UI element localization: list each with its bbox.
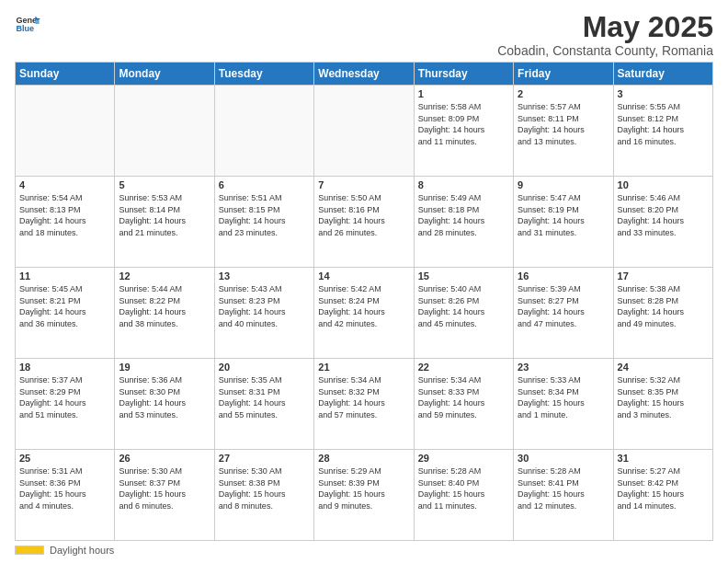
calendar-cell: 5Sunrise: 5:53 AM Sunset: 8:14 PM Daylig…	[115, 177, 214, 268]
footer: Daylight hours	[15, 545, 713, 556]
week-row-1: 1Sunrise: 5:58 AM Sunset: 8:09 PM Daylig…	[16, 86, 713, 177]
day-info: Sunrise: 5:57 AM Sunset: 8:11 PM Dayligh…	[518, 101, 609, 147]
day-info: Sunrise: 5:46 AM Sunset: 8:20 PM Dayligh…	[618, 192, 709, 238]
calendar-cell: 23Sunrise: 5:33 AM Sunset: 8:34 PM Dayli…	[514, 359, 613, 450]
calendar-cell: 18Sunrise: 5:37 AM Sunset: 8:29 PM Dayli…	[16, 359, 115, 450]
calendar-table: SundayMondayTuesdayWednesdayThursdayFrid…	[15, 62, 713, 541]
calendar-cell: 22Sunrise: 5:34 AM Sunset: 8:33 PM Dayli…	[414, 359, 513, 450]
day-number: 6	[219, 179, 310, 190]
day-number: 25	[19, 453, 110, 464]
calendar-cell: 25Sunrise: 5:31 AM Sunset: 8:36 PM Dayli…	[16, 450, 115, 541]
svg-marker-3	[35, 20, 39, 24]
day-number: 29	[418, 453, 509, 464]
day-number: 1	[418, 88, 509, 99]
day-info: Sunrise: 5:55 AM Sunset: 8:12 PM Dayligh…	[618, 101, 709, 147]
day-info: Sunrise: 5:47 AM Sunset: 8:19 PM Dayligh…	[518, 192, 609, 238]
day-number: 12	[119, 270, 210, 282]
calendar-cell: 7Sunrise: 5:50 AM Sunset: 8:16 PM Daylig…	[314, 177, 414, 268]
calendar-cell: 8Sunrise: 5:49 AM Sunset: 8:18 PM Daylig…	[414, 177, 513, 268]
calendar-cell: 30Sunrise: 5:28 AM Sunset: 8:41 PM Dayli…	[514, 450, 613, 541]
day-info: Sunrise: 5:28 AM Sunset: 8:40 PM Dayligh…	[418, 465, 509, 511]
daylight-bar: Daylight hours	[15, 545, 114, 556]
day-number: 24	[618, 362, 709, 373]
day-info: Sunrise: 5:31 AM Sunset: 8:36 PM Dayligh…	[19, 465, 110, 511]
day-info: Sunrise: 5:30 AM Sunset: 8:38 PM Dayligh…	[219, 465, 310, 511]
day-number: 27	[219, 453, 310, 464]
calendar-cell: 21Sunrise: 5:34 AM Sunset: 8:32 PM Dayli…	[314, 359, 414, 450]
logo: General Blue	[15, 11, 40, 37]
day-number: 20	[219, 362, 310, 373]
weekday-header-row: SundayMondayTuesdayWednesdayThursdayFrid…	[16, 63, 713, 86]
day-info: Sunrise: 5:35 AM Sunset: 8:31 PM Dayligh…	[219, 374, 310, 420]
day-number: 4	[19, 179, 110, 190]
day-number: 23	[518, 362, 609, 373]
svg-text:Blue: Blue	[16, 24, 34, 33]
title-block: May 2025 Cobadin, Constanta County, Roma…	[497, 11, 713, 58]
day-info: Sunrise: 5:43 AM Sunset: 8:23 PM Dayligh…	[219, 283, 310, 329]
weekday-header-friday: Friday	[514, 63, 613, 86]
day-info: Sunrise: 5:28 AM Sunset: 8:41 PM Dayligh…	[518, 465, 609, 511]
day-number: 17	[618, 270, 709, 282]
day-info: Sunrise: 5:50 AM Sunset: 8:16 PM Dayligh…	[318, 192, 409, 238]
day-info: Sunrise: 5:39 AM Sunset: 8:27 PM Dayligh…	[518, 283, 609, 329]
day-info: Sunrise: 5:58 AM Sunset: 8:09 PM Dayligh…	[418, 101, 509, 147]
day-info: Sunrise: 5:49 AM Sunset: 8:18 PM Dayligh…	[418, 192, 509, 238]
weekday-header-saturday: Saturday	[613, 63, 712, 86]
day-number: 9	[518, 179, 609, 190]
calendar-cell: 19Sunrise: 5:36 AM Sunset: 8:30 PM Dayli…	[115, 359, 214, 450]
logo-icon: General Blue	[15, 11, 40, 37]
calendar-cell: 9Sunrise: 5:47 AM Sunset: 8:19 PM Daylig…	[514, 177, 613, 268]
day-info: Sunrise: 5:33 AM Sunset: 8:34 PM Dayligh…	[518, 374, 609, 420]
calendar-cell: 31Sunrise: 5:27 AM Sunset: 8:42 PM Dayli…	[613, 450, 712, 541]
day-info: Sunrise: 5:30 AM Sunset: 8:37 PM Dayligh…	[119, 465, 210, 511]
day-number: 11	[19, 270, 110, 282]
day-number: 10	[618, 179, 709, 190]
page: General Blue May 2025 Cobadin, Constanta…	[0, 0, 728, 563]
day-number: 13	[219, 270, 310, 282]
day-number: 19	[119, 362, 210, 373]
day-info: Sunrise: 5:34 AM Sunset: 8:33 PM Dayligh…	[418, 374, 509, 420]
weekday-header-monday: Monday	[115, 63, 214, 86]
weekday-header-tuesday: Tuesday	[214, 63, 313, 86]
calendar-cell: 11Sunrise: 5:45 AM Sunset: 8:21 PM Dayli…	[16, 268, 115, 359]
calendar-cell: 27Sunrise: 5:30 AM Sunset: 8:38 PM Dayli…	[214, 450, 313, 541]
day-info: Sunrise: 5:40 AM Sunset: 8:26 PM Dayligh…	[418, 283, 509, 329]
day-info: Sunrise: 5:45 AM Sunset: 8:21 PM Dayligh…	[19, 283, 110, 329]
day-info: Sunrise: 5:54 AM Sunset: 8:13 PM Dayligh…	[19, 192, 110, 238]
daylight-label: Daylight hours	[50, 545, 114, 556]
day-info: Sunrise: 5:34 AM Sunset: 8:32 PM Dayligh…	[318, 374, 409, 420]
weekday-header-wednesday: Wednesday	[314, 63, 414, 86]
week-row-4: 18Sunrise: 5:37 AM Sunset: 8:29 PM Dayli…	[16, 359, 713, 450]
day-info: Sunrise: 5:37 AM Sunset: 8:29 PM Dayligh…	[19, 374, 110, 420]
day-info: Sunrise: 5:36 AM Sunset: 8:30 PM Dayligh…	[119, 374, 210, 420]
calendar-cell	[214, 86, 313, 177]
day-number: 18	[19, 362, 110, 373]
day-number: 7	[318, 179, 409, 190]
week-row-3: 11Sunrise: 5:45 AM Sunset: 8:21 PM Dayli…	[16, 268, 713, 359]
day-number: 5	[119, 179, 210, 190]
location-title: Cobadin, Constanta County, Romania	[497, 43, 713, 58]
calendar-cell: 12Sunrise: 5:44 AM Sunset: 8:22 PM Dayli…	[115, 268, 214, 359]
day-number: 2	[518, 88, 609, 99]
day-info: Sunrise: 5:38 AM Sunset: 8:28 PM Dayligh…	[618, 283, 709, 329]
calendar-cell: 17Sunrise: 5:38 AM Sunset: 8:28 PM Dayli…	[613, 268, 712, 359]
day-info: Sunrise: 5:29 AM Sunset: 8:39 PM Dayligh…	[318, 465, 409, 511]
daylight-bar-swatch	[15, 546, 44, 555]
calendar-cell: 28Sunrise: 5:29 AM Sunset: 8:39 PM Dayli…	[314, 450, 414, 541]
day-info: Sunrise: 5:27 AM Sunset: 8:42 PM Dayligh…	[618, 465, 709, 511]
day-number: 16	[518, 270, 609, 282]
calendar-cell: 1Sunrise: 5:58 AM Sunset: 8:09 PM Daylig…	[414, 86, 513, 177]
weekday-header-sunday: Sunday	[16, 63, 115, 86]
day-number: 3	[618, 88, 709, 99]
week-row-5: 25Sunrise: 5:31 AM Sunset: 8:36 PM Dayli…	[16, 450, 713, 541]
day-info: Sunrise: 5:51 AM Sunset: 8:15 PM Dayligh…	[219, 192, 310, 238]
day-info: Sunrise: 5:42 AM Sunset: 8:24 PM Dayligh…	[318, 283, 409, 329]
calendar-cell	[314, 86, 414, 177]
day-number: 14	[318, 270, 409, 282]
calendar-cell: 10Sunrise: 5:46 AM Sunset: 8:20 PM Dayli…	[613, 177, 712, 268]
day-info: Sunrise: 5:44 AM Sunset: 8:22 PM Dayligh…	[119, 283, 210, 329]
day-number: 26	[119, 453, 210, 464]
calendar-cell: 29Sunrise: 5:28 AM Sunset: 8:40 PM Dayli…	[414, 450, 513, 541]
calendar-cell: 16Sunrise: 5:39 AM Sunset: 8:27 PM Dayli…	[514, 268, 613, 359]
calendar-cell	[115, 86, 214, 177]
